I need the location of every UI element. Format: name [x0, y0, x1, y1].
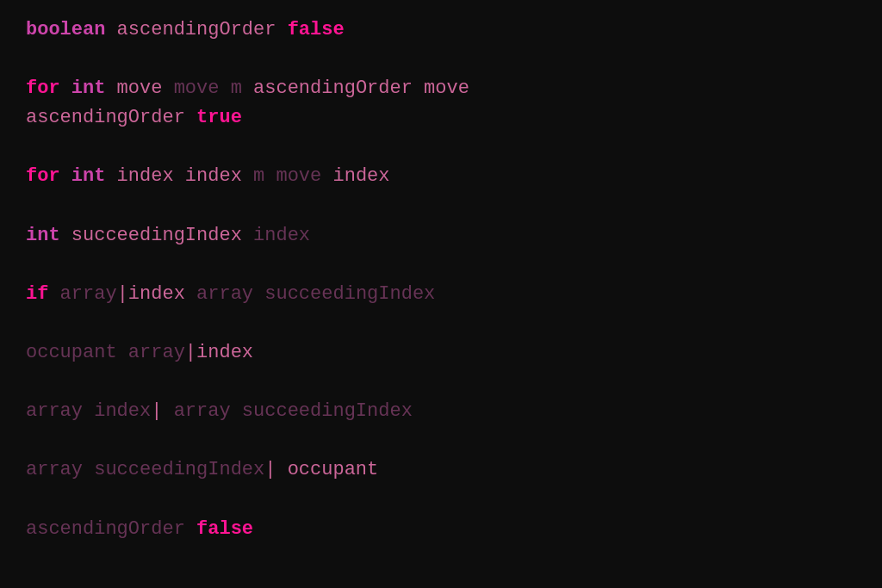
type-int-2: int	[71, 165, 106, 187]
code-line-blank-2	[26, 133, 856, 162]
code-line-blank-4	[26, 251, 856, 280]
code-line-4: ascendingOrder true	[26, 103, 856, 133]
val-false-2: false	[196, 518, 253, 540]
var-ascending-2: ascendingOrder	[26, 107, 196, 128]
keyword-boolean: boolean	[26, 19, 105, 40]
code-line-blank-8	[26, 486, 856, 515]
code-line-1: boolean ascendingOrder false	[26, 15, 856, 45]
type-int-3: int	[26, 225, 60, 246]
var-move-1: move	[105, 77, 173, 99]
code-line-6: for int index index m move index	[26, 162, 856, 191]
code-line-blank-6	[26, 368, 856, 397]
code-line-18: ascendingOrder false	[26, 515, 856, 544]
code-line-blank-7	[26, 426, 856, 455]
code-line-3: for int move move m ascendingOrder move	[26, 74, 856, 103]
code-editor: boolean ascendingOrder false for int mov…	[17, 9, 865, 551]
keyword-if: if	[26, 283, 48, 305]
code-line-14: array index| array succeedingIndex	[26, 397, 856, 426]
code-line-16: array succeedingIndex| occupant	[26, 455, 856, 485]
var-ascending: ascendingOrder	[105, 19, 287, 40]
val-false-1: false	[288, 19, 345, 40]
val-true: true	[196, 107, 242, 128]
code-line-blank-1	[26, 45, 856, 74]
keyword-for-2: for	[26, 165, 60, 187]
code-line-blank-3	[26, 192, 856, 221]
keyword-for-1: for	[26, 77, 60, 99]
code-line-10: if array|index array succeedingIndex	[26, 280, 856, 309]
code-line-blank-5	[26, 309, 856, 338]
type-int-1: int	[71, 77, 106, 99]
code-line-12: occupant array|index	[26, 338, 856, 368]
code-line-8: int succeedingIndex index	[26, 221, 856, 251]
